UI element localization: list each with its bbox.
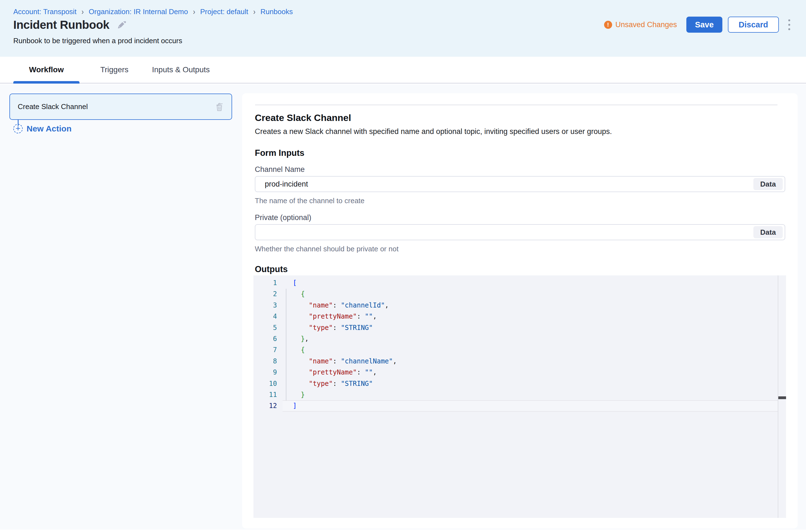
content-area: Create Slack Channel + New A bbox=[0, 84, 806, 530]
breadcrumb-organization[interactable]: Organization: IR Internal Demo bbox=[89, 7, 188, 16]
unsaved-changes-badge: ! Unsaved Changes bbox=[604, 20, 677, 29]
code-text: "prettyName": "", bbox=[293, 367, 377, 378]
channel-name-helper: The name of the channel to create bbox=[255, 196, 785, 205]
code-lines: 1[2 {3 "name": "channelId",4 "prettyName… bbox=[253, 277, 786, 412]
line-number: 7 bbox=[253, 344, 277, 356]
code-line-1[interactable]: 1[ bbox=[253, 277, 786, 288]
code-line-4[interactable]: 4 "prettyName": "", bbox=[253, 311, 786, 322]
delete-action-trash-icon[interactable] bbox=[214, 102, 224, 112]
breadcrumb-separator-icon: › bbox=[193, 6, 195, 17]
channel-name-label: Channel Name bbox=[255, 165, 785, 174]
code-text: "name": "channelName", bbox=[293, 356, 397, 367]
breadcrumb-project[interactable]: Project: default bbox=[200, 7, 248, 16]
breadcrumb-account[interactable]: Account: Transposit bbox=[13, 7, 76, 16]
code-text: }, bbox=[293, 333, 309, 344]
code-line-6[interactable]: 6 }, bbox=[253, 333, 786, 344]
action-card-label: Create Slack Channel bbox=[18, 102, 88, 111]
code-line-8[interactable]: 8 "name": "channelName", bbox=[253, 356, 786, 367]
action-detail-panel: Create Slack Channel Creates a new Slack… bbox=[242, 93, 798, 528]
tab-workflow[interactable]: Workflow bbox=[13, 57, 79, 83]
line-number: 12 bbox=[253, 400, 277, 411]
line-number: 4 bbox=[253, 311, 277, 322]
private-input[interactable]: Data bbox=[255, 224, 785, 240]
line-number: 5 bbox=[253, 322, 277, 333]
breadcrumb: Account: Transposit › Organization: IR I… bbox=[13, 7, 293, 16]
outputs-heading: Outputs bbox=[255, 264, 785, 274]
app-root: Account: Transposit › Organization: IR I… bbox=[0, 0, 806, 532]
unsaved-changes-label: Unsaved Changes bbox=[616, 20, 677, 29]
workflow-steps-panel: Create Slack Channel + New A bbox=[0, 84, 241, 530]
code-line-12[interactable]: 12] bbox=[253, 400, 786, 411]
line-number: 11 bbox=[253, 389, 277, 400]
save-button[interactable]: Save bbox=[686, 17, 722, 33]
code-text: "name": "channelId", bbox=[293, 300, 389, 311]
private-helper: Whether the channel should be private or… bbox=[255, 245, 785, 253]
action-detail-heading: Create Slack Channel bbox=[255, 112, 785, 123]
private-label: Private (optional) bbox=[255, 213, 785, 222]
outputs-code-editor[interactable]: 1[2 {3 "name": "channelId",4 "prettyName… bbox=[253, 276, 786, 518]
cursor-position-marker bbox=[778, 396, 786, 399]
header-actions: ! Unsaved Changes Save Discard bbox=[604, 17, 793, 33]
line-number: 8 bbox=[253, 356, 277, 367]
channel-name-value: prod-incident bbox=[265, 176, 308, 192]
code-line-5[interactable]: 5 "type": "STRING" bbox=[253, 322, 786, 333]
code-text: "prettyName": "", bbox=[293, 311, 377, 322]
private-data-button[interactable]: Data bbox=[753, 226, 783, 238]
edit-title-pencil-icon[interactable] bbox=[116, 20, 127, 30]
code-text: [ bbox=[293, 277, 297, 288]
line-number: 9 bbox=[253, 367, 277, 378]
code-line-10[interactable]: 10 "type": "STRING" bbox=[253, 378, 786, 389]
breadcrumb-separator-icon: › bbox=[81, 6, 84, 17]
tab-triggers[interactable]: Triggers bbox=[92, 57, 136, 83]
new-action-button[interactable]: + New Action bbox=[13, 124, 71, 133]
form-inputs-heading: Form Inputs bbox=[255, 148, 785, 158]
title-row: Incident Runbook bbox=[13, 18, 127, 32]
line-number: 2 bbox=[253, 288, 277, 300]
tab-inputs-outputs[interactable]: Inputs & Outputs bbox=[149, 57, 213, 83]
code-text: } bbox=[293, 389, 305, 400]
code-text: { bbox=[293, 344, 305, 356]
tab-bar: Workflow Triggers Inputs & Outputs bbox=[0, 57, 806, 83]
channel-name-data-button[interactable]: Data bbox=[753, 178, 783, 190]
discard-button[interactable]: Discard bbox=[728, 17, 779, 33]
code-text: { bbox=[293, 288, 305, 300]
line-number: 10 bbox=[253, 378, 277, 389]
page-header: Account: Transposit › Organization: IR I… bbox=[0, 0, 806, 57]
channel-name-input[interactable]: prod-incident Data bbox=[255, 176, 785, 192]
breadcrumb-runbooks[interactable]: Runbooks bbox=[260, 7, 293, 16]
more-options-kebab-icon[interactable] bbox=[785, 17, 793, 33]
code-line-7[interactable]: 7 { bbox=[253, 344, 786, 356]
breadcrumb-separator-icon: › bbox=[253, 6, 255, 17]
warning-icon: ! bbox=[604, 21, 612, 29]
new-action-label: New Action bbox=[26, 124, 71, 133]
workflow-action-card[interactable]: Create Slack Channel bbox=[10, 94, 232, 120]
code-text: "type": "STRING" bbox=[293, 378, 373, 389]
line-number: 3 bbox=[253, 300, 277, 311]
plus-icon: + bbox=[13, 124, 23, 133]
action-description: Creates a new Slack channel with specifi… bbox=[255, 127, 785, 136]
code-text: "type": "STRING" bbox=[293, 322, 373, 333]
page-title: Incident Runbook bbox=[13, 18, 109, 32]
line-number: 1 bbox=[253, 277, 277, 288]
section-divider bbox=[255, 104, 777, 105]
code-line-9[interactable]: 9 "prettyName": "", bbox=[253, 367, 786, 378]
code-line-3[interactable]: 3 "name": "channelId", bbox=[253, 300, 786, 311]
page-subtitle: Runbook to be triggered when a prod inci… bbox=[13, 37, 182, 45]
code-line-11[interactable]: 11 } bbox=[253, 389, 786, 400]
code-line-2[interactable]: 2 { bbox=[253, 288, 786, 300]
line-number: 6 bbox=[253, 333, 277, 344]
active-tab-indicator bbox=[13, 81, 79, 83]
code-text: ] bbox=[293, 400, 297, 411]
